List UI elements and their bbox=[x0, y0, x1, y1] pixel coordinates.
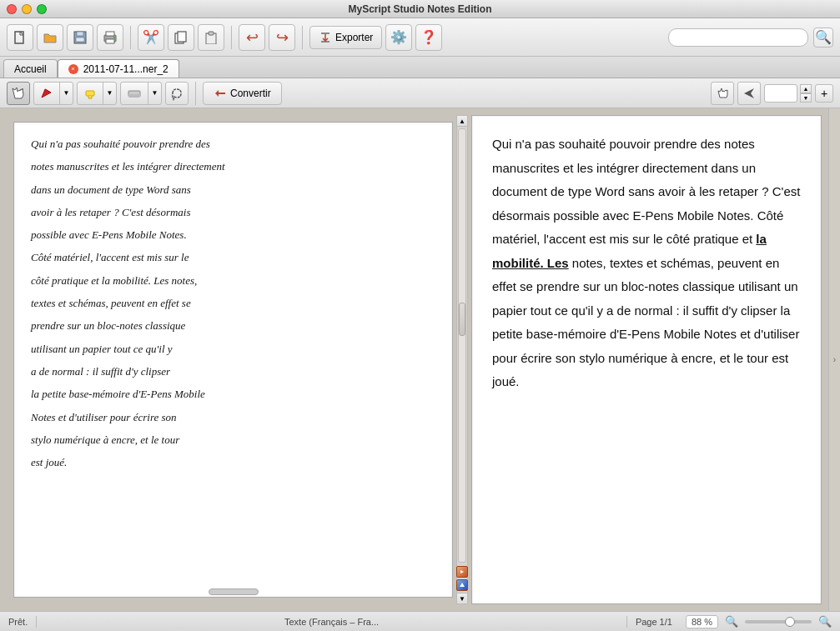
arrow-tool-button[interactable] bbox=[737, 82, 761, 105]
hw-line-1: Qui n'a pas souhaité pouvoir prendre des bbox=[31, 133, 435, 155]
svg-point-7 bbox=[113, 37, 115, 38]
page-input[interactable]: 22 bbox=[764, 84, 797, 103]
svg-rect-3 bbox=[76, 38, 84, 42]
status-sep-1 bbox=[36, 616, 37, 628]
hw-line-9: prendre sur un bloc-notes classique bbox=[31, 314, 435, 337]
scroll-mode-button[interactable] bbox=[711, 82, 734, 105]
typed-text: Qui n'a pas souhaité pouvoir prendre des… bbox=[492, 133, 801, 394]
svg-rect-5 bbox=[106, 32, 114, 36]
svg-rect-15 bbox=[128, 94, 140, 97]
status-right: 88 % 🔍 🔍 bbox=[686, 615, 832, 628]
hw-line-7: côté pratique et la mobilité. Les notes, bbox=[31, 269, 435, 292]
convert-button[interactable]: Convertir bbox=[203, 82, 282, 105]
hw-line-2: notes manuscrites et les intégrer direct… bbox=[31, 155, 435, 178]
main-toolbar: ✂️ ↩ ↪ Exporter ⚙️ ❓ 🔍 bbox=[0, 18, 840, 57]
hw-line-5: possible avec E-Pens Mobile Notes. bbox=[31, 223, 435, 246]
zoom-in-icon[interactable]: 🔍 bbox=[818, 615, 832, 628]
convert-label: Convertir bbox=[230, 88, 271, 99]
new-button[interactable] bbox=[7, 24, 33, 51]
pen-tool-main[interactable] bbox=[34, 83, 59, 104]
handwriting-content: Qui n'a pas souhaité pouvoir prendre des… bbox=[14, 123, 452, 483]
svg-rect-11 bbox=[209, 32, 214, 35]
right-edge-handle[interactable]: › bbox=[828, 108, 840, 611]
typed-text-panel: Qui n'a pas souhaité pouvoir prendre des… bbox=[471, 115, 822, 604]
scroll-action-1[interactable] bbox=[456, 566, 468, 578]
status-sep-2 bbox=[626, 616, 627, 628]
eraser-arrow[interactable]: ▼ bbox=[148, 83, 161, 104]
undo-button[interactable]: ↩ bbox=[239, 24, 265, 51]
svg-rect-6 bbox=[106, 39, 114, 43]
search-button[interactable]: 🔍 bbox=[813, 28, 833, 48]
scroll-down-button[interactable]: ▼ bbox=[456, 593, 468, 604]
add-page-button[interactable]: + bbox=[815, 84, 833, 103]
help-button[interactable]: ❓ bbox=[415, 24, 442, 51]
svg-rect-9 bbox=[178, 32, 186, 42]
highlighter-main[interactable] bbox=[78, 83, 103, 104]
tab-home-label: Accueil bbox=[14, 63, 47, 75]
drawing-toolbar-right: 22 ▲ ▼ + bbox=[711, 82, 833, 105]
drawing-toolbar: ▼ ▼ ▼ Convertir 22 ▲ ▼ bbox=[0, 78, 840, 108]
tab-bar: Accueil × 2011-07-11...ner_2 bbox=[0, 57, 840, 78]
window-title: MyScript Studio Notes Edition bbox=[348, 3, 491, 15]
zoom-slider-thumb[interactable] bbox=[785, 617, 795, 627]
tab-document-label: 2011-07-11...ner_2 bbox=[83, 63, 169, 75]
hw-line-3: dans un document de type Word sans bbox=[31, 178, 435, 201]
scroll-up-button[interactable]: ▲ bbox=[456, 115, 468, 127]
page-up-button[interactable]: ▲ bbox=[800, 84, 812, 93]
page-spinner[interactable]: ▲ ▼ bbox=[800, 84, 812, 103]
eraser-main[interactable] bbox=[121, 83, 148, 104]
hw-line-14: stylo numérique à encre, et le tour bbox=[31, 428, 435, 451]
scroll-action-2[interactable] bbox=[456, 579, 468, 591]
scroll-thumb[interactable] bbox=[459, 303, 465, 336]
zoom-slider[interactable] bbox=[745, 620, 812, 623]
pen-tool-arrow[interactable]: ▼ bbox=[59, 83, 73, 104]
zoom-out-icon[interactable]: 🔍 bbox=[725, 615, 738, 628]
window-controls[interactable] bbox=[7, 4, 47, 14]
hw-line-8: textes et schémas, peuvent en effet se bbox=[31, 292, 435, 314]
hw-line-12: la petite base-mémoire d'E-Pens Mobile bbox=[31, 383, 435, 405]
cut-button[interactable]: ✂️ bbox=[138, 24, 164, 51]
export-button[interactable]: Exporter bbox=[309, 26, 382, 49]
lasso-button[interactable] bbox=[165, 82, 189, 105]
redo-button[interactable]: ↪ bbox=[269, 24, 295, 51]
separator-3 bbox=[302, 26, 303, 49]
toolbar-right: 🔍 bbox=[668, 28, 833, 48]
handwriting-panel[interactable]: Qui n'a pas souhaité pouvoir prendre des… bbox=[13, 122, 453, 598]
scroll-track[interactable] bbox=[458, 128, 466, 563]
status-bar: Prêt. Texte (Français – Fra... Page 1/1 … bbox=[0, 611, 840, 631]
h-scrollbar-thumb[interactable] bbox=[209, 588, 259, 595]
title-bar: MyScript Studio Notes Edition bbox=[0, 0, 840, 18]
pen-tool-dropdown[interactable]: ▼ bbox=[33, 82, 73, 105]
save-button[interactable] bbox=[67, 24, 93, 51]
open-button[interactable] bbox=[37, 24, 63, 51]
export-label: Exporter bbox=[335, 32, 373, 43]
page-down-button[interactable]: ▼ bbox=[800, 93, 812, 103]
hw-line-6: Côté matériel, l'accent est mis sur le bbox=[31, 246, 435, 268]
settings-button[interactable]: ⚙️ bbox=[385, 24, 412, 51]
bold-underline-text: la mobilité. Les bbox=[492, 232, 767, 270]
status-ready: Prêt. bbox=[8, 617, 28, 627]
maximize-button[interactable] bbox=[37, 4, 47, 14]
hw-line-15: est joué. bbox=[31, 451, 435, 473]
print-button[interactable] bbox=[97, 24, 123, 51]
tab-close-button[interactable]: × bbox=[68, 64, 78, 74]
draw-separator bbox=[195, 82, 196, 105]
tab-document[interactable]: × 2011-07-11...ner_2 bbox=[58, 59, 179, 78]
copy-button[interactable] bbox=[168, 24, 194, 51]
separator-2 bbox=[231, 26, 232, 49]
search-input[interactable] bbox=[668, 28, 808, 47]
hand-tool-button[interactable] bbox=[7, 82, 30, 105]
minimize-button[interactable] bbox=[22, 4, 32, 14]
svg-rect-2 bbox=[77, 32, 83, 36]
center-scrollbar[interactable]: ▲ ▼ bbox=[456, 115, 468, 604]
hw-line-11: a de normal : il suffit d'y clipser bbox=[31, 360, 435, 383]
highlighter-arrow[interactable]: ▼ bbox=[103, 83, 116, 104]
separator-1 bbox=[130, 26, 131, 49]
eraser-dropdown[interactable]: ▼ bbox=[120, 82, 162, 105]
highlighter-dropdown[interactable]: ▼ bbox=[77, 82, 117, 105]
status-language: Texte (Français – Fra... bbox=[45, 617, 618, 627]
clipboard-button[interactable] bbox=[198, 24, 224, 51]
tab-home[interactable]: Accueil bbox=[3, 59, 58, 78]
close-button[interactable] bbox=[7, 4, 17, 14]
hw-line-13: Notes et d'utiliser pour écrire son bbox=[31, 406, 435, 428]
